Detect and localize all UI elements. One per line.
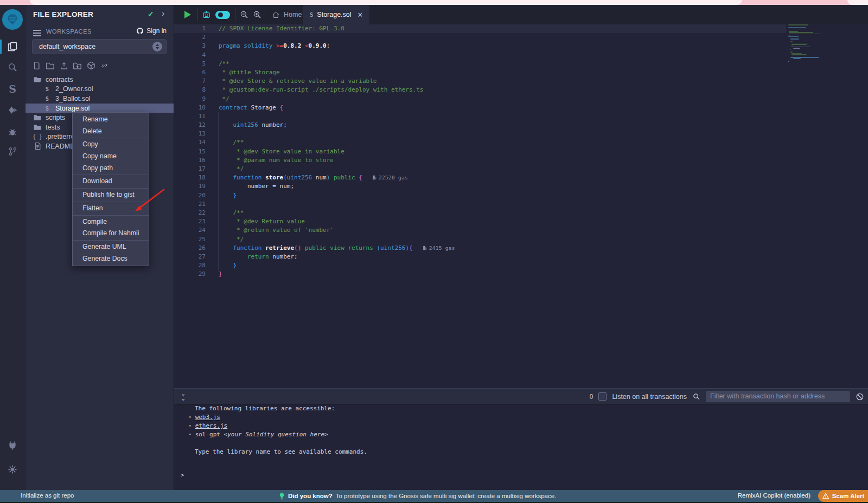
tab-home[interactable]: Home bbox=[265, 5, 308, 24]
listen-checkbox[interactable] bbox=[598, 392, 607, 401]
terminal-output[interactable]: The following libraries are accessible:•… bbox=[174, 404, 868, 480]
code-line-10[interactable]: 10contract Storage { bbox=[174, 104, 786, 112]
workspace-select[interactable]: default_workspace bbox=[32, 39, 167, 54]
context-menu-item-delete[interactable]: Delete bbox=[73, 126, 149, 138]
sidebar-item-settings[interactable] bbox=[0, 460, 25, 479]
code-text: uint256 number; bbox=[219, 121, 287, 130]
ai-copilot-toggle[interactable] bbox=[215, 11, 230, 19]
line-number: 16 bbox=[174, 156, 219, 165]
code-line-23[interactable]: 23 * @dev Return value bbox=[174, 217, 786, 226]
context-menu-item-compile[interactable]: Compile bbox=[73, 216, 149, 228]
terminal-header: ⌄⌄ 0 Listen on all transactions Filter w… bbox=[174, 388, 868, 405]
solidity-icon: S bbox=[43, 105, 52, 112]
upload-file-icon[interactable] bbox=[59, 61, 68, 70]
tree-item-storage-sol[interactable]: SStorage.sol bbox=[25, 104, 174, 113]
line-number: 9 bbox=[174, 95, 219, 104]
box-icon[interactable] bbox=[86, 61, 95, 70]
context-menu-item-download[interactable]: Download bbox=[73, 176, 149, 188]
minimap-line bbox=[790, 47, 811, 48]
minimap-line bbox=[788, 36, 799, 37]
code-line-2[interactable]: 2 bbox=[174, 33, 786, 42]
context-menu-item-publish-file-to-gist[interactable]: Publish file to gist bbox=[73, 189, 149, 201]
git-init-button[interactable]: Initialize as git repo bbox=[21, 492, 74, 499]
code-line-29[interactable]: 29} bbox=[174, 270, 786, 279]
file-toolbar bbox=[32, 61, 109, 70]
code-text: */ bbox=[219, 165, 244, 173]
code-line-4[interactable]: 4 bbox=[174, 51, 786, 60]
code-line-9[interactable]: 9 */ bbox=[174, 95, 786, 104]
sidebar-item-solidity-compiler[interactable]: S bbox=[0, 80, 25, 98]
zoom-out-icon[interactable] bbox=[238, 9, 250, 21]
sidebar-item-file-explorer[interactable] bbox=[0, 37, 25, 56]
hamburger-menu-icon[interactable] bbox=[33, 28, 41, 38]
sign-in-button[interactable]: Sign in bbox=[136, 27, 167, 35]
tree-item-contracts[interactable]: contracts bbox=[25, 75, 174, 85]
library-link[interactable]: web3.js bbox=[195, 414, 220, 421]
line-number: 3 bbox=[174, 42, 219, 50]
sidebar-item-search[interactable] bbox=[0, 58, 25, 76]
new-file-icon[interactable] bbox=[32, 61, 41, 70]
collapse-chevron-icon[interactable]: › bbox=[162, 9, 164, 18]
context-menu-item-compile-for-nahmii[interactable]: Compile for Nahmii bbox=[73, 228, 149, 240]
code-line-7[interactable]: 7 * @dev Store & retrieve value in a var… bbox=[174, 77, 786, 86]
code-line-26[interactable]: 26 function retrieve() public view retur… bbox=[174, 244, 786, 253]
editor-toolbar: Home S Storage.sol ✕ bbox=[174, 5, 868, 24]
scam-alert-button[interactable]: Scam Alert bbox=[818, 490, 868, 502]
tree-item-3-ballot-sol[interactable]: S3_Ballot.sol bbox=[25, 94, 174, 104]
line-number: 1 bbox=[174, 24, 219, 33]
link-icon[interactable] bbox=[100, 61, 109, 70]
context-menu-item-copy-path[interactable]: Copy path bbox=[73, 163, 149, 175]
code-line-17[interactable]: 17 */ bbox=[174, 165, 786, 173]
minimap-line bbox=[789, 34, 821, 35]
code-line-19[interactable]: 19 number = num; bbox=[174, 182, 786, 191]
code-line-13[interactable]: 13 bbox=[174, 130, 786, 138]
code-line-20[interactable]: 20 } bbox=[174, 191, 786, 200]
new-folder-icon[interactable] bbox=[46, 61, 55, 70]
code-line-24[interactable]: 24 * @return value of 'number' bbox=[174, 226, 786, 235]
ban-icon[interactable] bbox=[856, 392, 864, 401]
tree-item-2-owner-sol[interactable]: S2_Owner.sol bbox=[25, 85, 174, 94]
code-line-22[interactable]: 22 /** bbox=[174, 209, 786, 217]
expand-terminal-icon[interactable]: ⌄⌄ bbox=[181, 391, 185, 401]
terminal-prompt[interactable]: > bbox=[174, 471, 868, 480]
context-menu-item-flatten[interactable]: Flatten bbox=[73, 203, 149, 215]
run-script-button[interactable] bbox=[184, 11, 191, 18]
code-line-27[interactable]: 27 return number; bbox=[174, 253, 786, 261]
sidebar-item-debugger[interactable] bbox=[0, 123, 25, 141]
zoom-in-icon[interactable] bbox=[251, 9, 263, 21]
library-link[interactable]: ethers.js bbox=[195, 422, 228, 429]
tab-storage-sol[interactable]: S Storage.sol ✕ bbox=[303, 5, 369, 24]
code-line-12[interactable]: 12 uint256 number; bbox=[174, 121, 786, 130]
code-line-1[interactable]: 1// SPDX-License-Identifier: GPL-3.0 bbox=[174, 24, 786, 33]
sidebar-item-plugin-manager[interactable] bbox=[0, 436, 25, 455]
code-line-6[interactable]: 6 * @title Storage bbox=[174, 68, 786, 77]
code-line-18[interactable]: 18 function store(uint256 num) public {2… bbox=[174, 173, 786, 182]
ai-assistant-icon[interactable] bbox=[200, 9, 212, 21]
code-line-25[interactable]: 25 */ bbox=[174, 235, 786, 244]
transaction-filter-input[interactable]: Filter with transaction hash or address bbox=[706, 391, 850, 402]
sidebar-item-git[interactable] bbox=[0, 142, 25, 160]
code-editor[interactable]: 1// SPDX-License-Identifier: GPL-3.023pr… bbox=[174, 24, 786, 279]
code-line-8[interactable]: 8 * @custom:dev-run-script ./scripts/dep… bbox=[174, 86, 786, 94]
code-text: function store(uint256 num) public {2252… bbox=[219, 173, 408, 182]
code-line-5[interactable]: 5/** bbox=[174, 60, 786, 68]
code-line-28[interactable]: 28 } bbox=[174, 261, 786, 270]
code-line-16[interactable]: 16 * @param num value to store bbox=[174, 156, 786, 165]
line-number: 28 bbox=[174, 261, 219, 270]
copilot-status[interactable]: RemixAI Copilot (enabled) bbox=[738, 492, 810, 499]
context-menu-item-generate-docs[interactable]: Generate Docs bbox=[73, 253, 149, 265]
menu-divider bbox=[73, 175, 149, 175]
context-menu-item-copy-name[interactable]: Copy name bbox=[73, 151, 149, 163]
sidebar-item-deploy-run[interactable] bbox=[0, 101, 25, 120]
remix-logo[interactable] bbox=[2, 9, 23, 30]
minimap[interactable] bbox=[786, 24, 851, 73]
context-menu-item-generate-uml[interactable]: Generate UML bbox=[73, 241, 149, 253]
context-menu-item-rename[interactable]: Rename bbox=[73, 114, 149, 126]
code-line-14[interactable]: 14 /** bbox=[174, 138, 786, 147]
code-line-21[interactable]: 21 bbox=[174, 200, 786, 209]
upload-folder-icon[interactable] bbox=[73, 61, 82, 70]
context-menu-item-copy[interactable]: Copy bbox=[73, 139, 149, 151]
code-line-3[interactable]: 3pragma solidity >=0.8.2 <0.9.0; bbox=[174, 42, 786, 50]
code-line-15[interactable]: 15 * @dev Store value in variable bbox=[174, 147, 786, 156]
code-line-11[interactable]: 11 bbox=[174, 112, 786, 121]
